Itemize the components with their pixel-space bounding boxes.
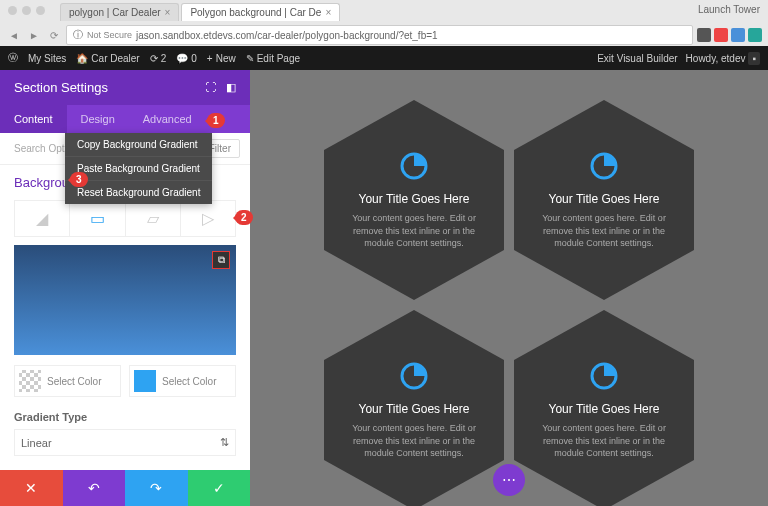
url-field[interactable]: ⓘ Not Secure jason.sandbox.etdevs.com/ca… [66, 25, 693, 45]
tab-design[interactable]: Design [67, 105, 129, 133]
expand-icon[interactable]: ⛶ [205, 81, 216, 94]
color-picker-2[interactable]: Select Color [129, 365, 236, 397]
gradient-type-field: Gradient Type Linear⇅ [14, 411, 236, 456]
close-icon[interactable]: × [325, 7, 331, 18]
callout-2: 2 [235, 210, 253, 225]
field-label: Gradient Type [14, 411, 236, 423]
video-icon: ▷ [202, 209, 214, 228]
gradient-type-select[interactable]: Linear⇅ [14, 429, 236, 456]
exit-visual-builder[interactable]: Exit Visual Builder [597, 53, 677, 64]
hexagon-module[interactable]: Your Title Goes Here Your content goes h… [324, 310, 504, 506]
hex-title: Your Title Goes Here [549, 192, 660, 206]
url-text: jason.sandbox.etdevs.com/car-dealer/poly… [136, 30, 438, 41]
updates-link[interactable]: ⟳ 2 [150, 53, 167, 64]
hexagon-module[interactable]: Your Title Goes Here Your content goes h… [324, 100, 504, 300]
ctx-copy-gradient[interactable]: Copy Background Gradient [65, 133, 212, 157]
search-row: Search Options + Filter Copy Background … [0, 133, 250, 165]
new-link[interactable]: + New [207, 53, 236, 64]
edit-page-link[interactable]: ✎ Edit Page [246, 53, 300, 64]
swatch [19, 370, 41, 392]
cancel-button[interactable]: ✕ [0, 470, 63, 506]
hex-text: Your content goes here. Edit or remove t… [344, 212, 484, 250]
action-bar: ✕ ↶ ↷ ✓ [0, 470, 250, 506]
comments-link[interactable]: 💬 0 [176, 53, 197, 64]
bg-video-tab[interactable]: ▷ [181, 201, 235, 236]
hex-title: Your Title Goes Here [549, 402, 660, 416]
save-button[interactable]: ✓ [188, 470, 251, 506]
color-label: Select Color [47, 376, 101, 387]
traffic-lights [8, 6, 45, 15]
color-label: Select Color [162, 376, 216, 387]
extension-icon[interactable] [714, 28, 728, 42]
settings-sidebar: Section Settings ⛶ ◧ Content Design Adva… [0, 70, 250, 506]
redo-button[interactable]: ↷ [125, 470, 188, 506]
browser-tab-active[interactable]: Polygon background | Car De × [181, 3, 340, 21]
hex-text: Your content goes here. Edit or remove t… [534, 212, 674, 250]
howdy-user[interactable]: Howdy, etdev ▪ [686, 52, 760, 65]
panel-header: Section Settings ⛶ ◧ [0, 70, 250, 105]
main: Section Settings ⛶ ◧ Content Design Adva… [0, 70, 768, 506]
hexagon-module[interactable]: Your Title Goes Here Your content goes h… [514, 310, 694, 506]
ctx-reset-gradient[interactable]: Reset Background Gradient [65, 181, 212, 204]
context-menu: Copy Background Gradient Paste Backgroun… [65, 133, 212, 204]
callout-1: 1 [207, 113, 225, 128]
chevron-down-icon: ⇅ [220, 436, 229, 449]
hexagon-module[interactable]: Your Title Goes Here Your content goes h… [514, 100, 694, 300]
extension-icon[interactable] [697, 28, 711, 42]
bg-color-tab[interactable]: ◢ [15, 201, 70, 236]
wp-admin-bar: ⓦ My Sites 🏠 Car Dealer ⟳ 2 💬 0 + New ✎ … [0, 46, 768, 70]
undo-button[interactable]: ↶ [63, 470, 126, 506]
site-link[interactable]: 🏠 Car Dealer [76, 53, 139, 64]
my-sites-link[interactable]: My Sites [28, 53, 66, 64]
tab-title: Polygon background | Car De [190, 7, 321, 18]
forward-icon[interactable]: ► [26, 27, 42, 43]
hex-grid: Your Title Goes Here Your content goes h… [324, 100, 694, 506]
hex-title: Your Title Goes Here [359, 402, 470, 416]
address-bar: ◄ ► ⟳ ⓘ Not Secure jason.sandbox.etdevs.… [0, 24, 768, 46]
extension-icon[interactable] [748, 28, 762, 42]
minimize-window[interactable] [22, 6, 31, 15]
tab-content[interactable]: Content [0, 105, 67, 133]
tab-bar: polygon | Car Dealer × Polygon backgroun… [0, 0, 768, 24]
close-icon[interactable]: × [165, 7, 171, 18]
hex-text: Your content goes here. Edit or remove t… [534, 422, 674, 460]
wp-logo-icon[interactable]: ⓦ [8, 51, 18, 65]
pie-chart-icon [588, 150, 620, 182]
swatch [134, 370, 156, 392]
back-icon[interactable]: ◄ [6, 27, 22, 43]
close-window[interactable] [8, 6, 17, 15]
bg-image-tab[interactable]: ▱ [126, 201, 181, 236]
tab-title: polygon | Car Dealer [69, 7, 161, 18]
tab-advanced[interactable]: Advanced [129, 105, 206, 133]
drag-icon[interactable]: ◧ [226, 81, 236, 94]
canvas[interactable]: Your Title Goes Here Your content goes h… [250, 70, 768, 506]
hex-text: Your content goes here. Edit or remove t… [344, 422, 484, 460]
gradient-preview: ⧉ [14, 245, 236, 355]
callout-3: 3 [70, 172, 88, 187]
bg-gradient-tab[interactable]: ▭ [70, 201, 125, 236]
hex-title: Your Title Goes Here [359, 192, 470, 206]
background-type-tabs: ◢ ▭ ▱ ▷ [14, 200, 236, 237]
pie-chart-icon [588, 360, 620, 392]
copy-icon[interactable]: ⧉ [212, 251, 230, 269]
security-label: Not Secure [87, 30, 132, 40]
content-scroll[interactable]: Background ◢ ▭ ▱ ▷ ⧉ Select Color Select… [0, 165, 250, 470]
image-icon: ▱ [147, 209, 159, 228]
avatar: ▪ [748, 52, 760, 65]
panel-title: Section Settings [14, 80, 108, 95]
pie-chart-icon [398, 360, 430, 392]
reload-icon[interactable]: ⟳ [46, 27, 62, 43]
gradient-icon: ▭ [90, 209, 105, 228]
browser-tab[interactable]: polygon | Car Dealer × [60, 3, 179, 21]
color-picker-1[interactable]: Select Color [14, 365, 121, 397]
info-icon: ⓘ [73, 28, 83, 42]
page-settings-fab[interactable]: ⋯ [493, 464, 525, 496]
browser-chrome: Launch Tower polygon | Car Dealer × Poly… [0, 0, 768, 46]
launch-tower-label: Launch Tower [698, 4, 760, 15]
pie-chart-icon [398, 150, 430, 182]
extension-icons [697, 28, 762, 42]
paint-icon: ◢ [36, 209, 48, 228]
color-row: Select Color Select Color [14, 365, 236, 397]
extension-icon[interactable] [731, 28, 745, 42]
maximize-window[interactable] [36, 6, 45, 15]
